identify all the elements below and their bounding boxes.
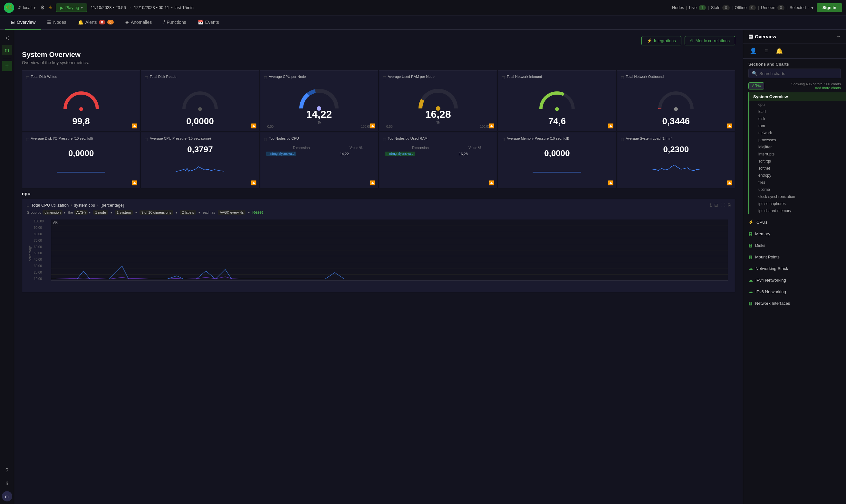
search-input[interactable] bbox=[759, 71, 837, 76]
dims-dropdown[interactable]: ▾ bbox=[176, 211, 177, 214]
rp-tab-alerts[interactable]: 🔔 bbox=[775, 46, 784, 56]
tab-overview[interactable]: ⊞ Overview bbox=[5, 15, 41, 30]
card-title: Top Nodes by CPU bbox=[269, 136, 299, 141]
rp-item-ipc-shared[interactable]: ipc shared memory bbox=[749, 207, 846, 214]
playing-button[interactable]: ▶ Playing ▾ bbox=[56, 3, 88, 12]
rp-item-idlejitter[interactable]: idlejitter bbox=[749, 144, 846, 150]
net-interfaces-icon: ▦ bbox=[748, 301, 753, 306]
node-dropdown[interactable]: ▾ bbox=[110, 211, 112, 214]
card-title: Average CPU Pressure (10 sec, some) bbox=[150, 136, 211, 141]
category-disks-header[interactable]: ▦ Disks bbox=[748, 241, 841, 249]
y-tick: 50,00 bbox=[34, 251, 44, 255]
add-more-link[interactable]: Add more charts bbox=[791, 86, 841, 90]
rp-item-clock-sync[interactable]: clock synchronization bbox=[749, 193, 846, 200]
live-label: Live bbox=[689, 5, 697, 10]
category-net-interfaces-header[interactable]: ▦ Network Interfaces bbox=[748, 299, 841, 307]
settings-icon[interactable]: ⚙ bbox=[40, 4, 45, 11]
metric-correlations-button[interactable]: ⊕ Metric correlations bbox=[685, 36, 735, 46]
tab-nodes[interactable]: ☰ Nodes bbox=[41, 15, 72, 30]
rp-item-uptime[interactable]: uptime bbox=[749, 186, 846, 193]
signin-button[interactable]: Sign in bbox=[817, 3, 842, 12]
rp-item-processes[interactable]: processes bbox=[749, 137, 846, 144]
left-sidebar: ◁ m + ? ℹ m bbox=[0, 30, 14, 504]
card-title: Total Network Inbound bbox=[507, 74, 542, 79]
category-mount-header[interactable]: ▦ Mount Points bbox=[748, 253, 841, 261]
group-by-value[interactable]: dimension bbox=[42, 210, 63, 215]
fullscreen-icon[interactable]: ⛶ bbox=[721, 202, 725, 208]
unseen-label: Unseen bbox=[761, 5, 775, 10]
showing-text: Showing 496 of total 500 charts bbox=[791, 82, 841, 86]
selected-dropdown[interactable]: ▾ bbox=[811, 5, 813, 10]
rp-item-files[interactable]: files bbox=[749, 179, 846, 186]
dims-value[interactable]: 9 of 10 dimensions bbox=[139, 210, 173, 215]
rp-item-ram[interactable]: ram bbox=[749, 122, 846, 129]
rp-item-network[interactable]: network bbox=[749, 129, 846, 137]
alert-icon[interactable]: ⚠ bbox=[48, 4, 52, 11]
category-cpus-header[interactable]: ⚡ CPUs bbox=[748, 218, 841, 226]
ipv6-icon: ☁ bbox=[748, 289, 753, 294]
rp-item-disk[interactable]: disk bbox=[749, 115, 846, 122]
labels-value[interactable]: 2 labels bbox=[180, 210, 196, 215]
sidebar-help-icon[interactable]: ? bbox=[2, 465, 12, 476]
labels-dropdown[interactable]: ▾ bbox=[198, 211, 200, 214]
the-dropdown[interactable]: ▾ bbox=[89, 211, 90, 214]
rp-item-entropy[interactable]: entropy bbox=[749, 172, 846, 179]
system-dropdown[interactable]: ▾ bbox=[135, 211, 137, 214]
node-value[interactable]: 1 node bbox=[93, 210, 108, 215]
tab-functions[interactable]: f Functions bbox=[157, 15, 192, 30]
category-net-stack-header[interactable]: ☁ Networking Stack bbox=[748, 265, 841, 272]
copy-icon[interactable]: ⎘ bbox=[728, 202, 730, 208]
card-check-icon: □ bbox=[621, 137, 624, 142]
system-overview-label[interactable]: System Overview bbox=[749, 92, 846, 101]
sidebar-add-button[interactable]: + bbox=[2, 61, 12, 71]
rp-tab-filter[interactable]: ≡ bbox=[763, 46, 769, 56]
chart-area: percentage 100,00 90,00 80,00 70,00 60,0… bbox=[27, 218, 730, 289]
rp-item-ipc-semaphores[interactable]: ipc semaphores bbox=[749, 200, 846, 207]
env-selector[interactable]: ↺ local ▾ bbox=[17, 5, 36, 10]
time-range: 11/10/2023 • 23:56 → 12/10/2023 • 00:11 … bbox=[90, 5, 194, 10]
group-by-dropdown[interactable]: ▾ bbox=[64, 211, 65, 214]
group-by-control: Group by dimension ▾ bbox=[27, 210, 65, 215]
functions-icon: f bbox=[163, 20, 165, 25]
the-value[interactable]: AVG() bbox=[74, 210, 88, 215]
share-icon[interactable]: ⊟ bbox=[714, 202, 718, 208]
rp-item-interrupts[interactable]: interrupts bbox=[749, 150, 846, 158]
nodes-label: Nodes bbox=[672, 5, 684, 10]
mini-chart bbox=[145, 157, 255, 170]
play-icon: ▶ bbox=[60, 5, 64, 10]
rp-search: 🔍 bbox=[748, 69, 841, 78]
rp-tabs: 👤 ≡ 🔔 bbox=[743, 43, 846, 58]
category-memory-header[interactable]: ▦ Memory bbox=[748, 230, 841, 237]
user-avatar[interactable]: m bbox=[2, 491, 12, 501]
sidebar-toggle[interactable]: ◁ bbox=[2, 32, 12, 42]
category-ipv6-header[interactable]: ☁ IPv6 Networking bbox=[748, 288, 841, 295]
card-footer-icon: 🔼 bbox=[489, 123, 494, 128]
each-value[interactable]: AVG() every 4s bbox=[218, 210, 245, 215]
integrations-button[interactable]: ⚡ Integrations bbox=[641, 36, 681, 46]
rp-item-softnet[interactable]: softnet bbox=[749, 165, 846, 172]
each-label: each as bbox=[203, 211, 215, 214]
rp-item-cpu[interactable]: cpu bbox=[749, 101, 846, 108]
tab-events[interactable]: 📅 Events bbox=[192, 15, 225, 30]
dim-header: Dimension bbox=[265, 145, 338, 150]
tab-anomalies[interactable]: ◈ Anomalies bbox=[120, 15, 157, 30]
stale-label: Stale bbox=[711, 5, 721, 10]
category-ipv4-header[interactable]: ☁ IPv4 Networking bbox=[748, 276, 841, 284]
sidebar-nav-home[interactable]: m bbox=[2, 45, 12, 55]
reset-button[interactable]: Reset bbox=[252, 210, 263, 215]
rp-collapse-button[interactable]: → bbox=[836, 34, 841, 39]
rp-item-softirqs[interactable]: softirqs bbox=[749, 158, 846, 165]
ar-filter-button[interactable]: AR% bbox=[748, 83, 764, 89]
rp-item-load[interactable]: load bbox=[749, 108, 846, 115]
chart-title: Total CPU utilization bbox=[31, 203, 69, 208]
each-dropdown[interactable]: ▾ bbox=[248, 211, 250, 214]
system-value[interactable]: 1 system bbox=[115, 210, 133, 215]
app-logo[interactable]: 🌿 bbox=[4, 3, 14, 13]
playing-dropdown[interactable]: ▾ bbox=[81, 5, 83, 10]
tab-alerts[interactable]: 🔔 Alerts 0 0 bbox=[72, 15, 120, 30]
sidebar-info-icon[interactable]: ℹ bbox=[2, 478, 12, 489]
category-memory: ▦ Memory bbox=[743, 227, 846, 239]
category-disks: ▦ Disks bbox=[743, 239, 846, 250]
info-icon[interactable]: ℹ bbox=[710, 202, 712, 208]
rp-tab-overview[interactable]: 👤 bbox=[748, 46, 758, 56]
